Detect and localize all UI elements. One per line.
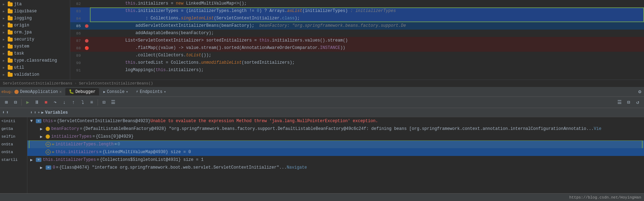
debug-app-name: DemoApplication bbox=[20, 89, 58, 94]
sidebar-item-jta[interactable]: ▶ jta bbox=[0, 1, 70, 8]
debug-left-item-3[interactable]: selfin bbox=[0, 133, 27, 140]
debug-left-item-4[interactable]: onSta bbox=[0, 140, 27, 148]
gutter-88: 🔴 bbox=[84, 46, 90, 50]
toolbar-btn-step-over[interactable]: ↷ bbox=[51, 98, 59, 107]
var-row-initializertypes-length[interactable]: ∞ ∞ initializerTypes.length = 0 bbox=[27, 140, 644, 148]
var-val-initializers: {LinkedMultiValueMap@4930} size = 0 bbox=[103, 150, 191, 155]
var-name-this-initializertypes: this.initializerTypes bbox=[43, 157, 96, 162]
breadcrumb-bar: ServletContextInitializerBeans › Servlet… bbox=[0, 80, 644, 87]
gutter-85 bbox=[84, 24, 90, 28]
toolbar-btn-step-into[interactable]: ↓ bbox=[60, 98, 68, 107]
debug-left-item-6[interactable]: startli bbox=[0, 156, 27, 164]
expand-arrow-orm-jpa: ▶ bbox=[3, 31, 7, 34]
sidebar-item-type-classreading[interactable]: ▶ type.classreading bbox=[0, 57, 70, 64]
frames-header-filter: ⬆ bbox=[6, 110, 8, 115]
debug-left-item-5[interactable]: onSta bbox=[0, 148, 27, 156]
main-layout: ▶ jta ▶ liquibase ▶ logging ▶ origin ▶ bbox=[0, 0, 644, 201]
line-number-84: 84 bbox=[70, 17, 84, 21]
toolbar-divider-1 bbox=[21, 99, 22, 106]
toolbar-btn-run-to-cursor[interactable]: ⤵ bbox=[78, 98, 87, 107]
frames-header-label: ⬇ bbox=[2, 110, 5, 115]
var-row-0-entry[interactable]: ▶ = 0 = {Class@4674} "interface org.spri… bbox=[27, 164, 644, 171]
toolbar-btn-step-out[interactable]: ↑ bbox=[69, 98, 78, 107]
breadcrumb-class: ServletContextInitializerBeans bbox=[3, 81, 72, 86]
tab-endpoints-arrow: ▾ bbox=[164, 90, 166, 94]
debug-tab-close[interactable]: ✕ bbox=[59, 89, 62, 94]
var-eq-initializers: = bbox=[99, 150, 101, 155]
var-icon-infinity-initializers: ∞ bbox=[46, 150, 51, 155]
sidebar-item-system[interactable]: ▶ system bbox=[0, 43, 70, 50]
var-row-beanfactory[interactable]: ▶ beanFactory = {DefaultListableBeanFact… bbox=[27, 125, 644, 133]
sidebar-item-task[interactable]: ▶ task bbox=[0, 50, 70, 57]
var-row-initializers[interactable]: ∞ ∞ this.initializers = {LinkedMultiValu… bbox=[27, 148, 644, 156]
var-eq-beanfactory: = bbox=[80, 126, 82, 131]
var-eq-initializertypes: = bbox=[92, 134, 95, 139]
expand-arrow-origin: ▶ bbox=[3, 24, 7, 27]
tab-debugger-icon: 🐛 bbox=[69, 89, 74, 94]
expand-arrow-type-classreading: ▶ bbox=[3, 59, 7, 63]
line-number-89: 89 bbox=[70, 54, 84, 58]
toolbar-btn-settings2[interactable]: ⊡ bbox=[100, 98, 108, 107]
debug-main-area: ⬇ ⬆ <initi getSa selfin onSta onSta star… bbox=[0, 108, 644, 193]
var-view-beanfactory[interactable]: Vie bbox=[594, 126, 602, 131]
var-name-initializers: this.initializers bbox=[55, 150, 98, 155]
toolbar-btn-stop[interactable]: ■ bbox=[42, 98, 50, 107]
breadcrumb-method: ServletContextInitializerBeans() bbox=[79, 81, 153, 86]
toolbar-btn-pause[interactable]: ⏸ bbox=[33, 98, 41, 107]
tab-endpoints-label: Endpoints bbox=[140, 89, 163, 94]
sidebar-label-origin: origin bbox=[14, 23, 29, 28]
debug-left-item-1[interactable]: <initi bbox=[0, 117, 27, 125]
toolbar-btn-resume[interactable]: ▶ bbox=[24, 98, 32, 107]
folder-icon-util bbox=[8, 66, 13, 70]
panel-icon-down: ⬇ bbox=[30, 110, 33, 115]
var-val-length: 0 bbox=[118, 142, 120, 147]
settings-button[interactable]: ⚙ bbox=[636, 88, 644, 96]
toolbar-btn-right-2[interactable]: ⊟ bbox=[624, 98, 633, 107]
tab-endpoints[interactable]: ⚡ Endpoints ▾ bbox=[132, 88, 170, 95]
toolbar-btn-evaluate[interactable]: ≡ bbox=[87, 98, 96, 107]
sidebar-item-util[interactable]: ▶ util bbox=[0, 64, 70, 71]
sidebar-label-orm-jpa: orm.jpa bbox=[14, 30, 32, 35]
toolbar-btn-right-1[interactable]: ☰ bbox=[615, 98, 624, 107]
expand-arrow-logging: ▶ bbox=[3, 17, 7, 20]
sidebar-item-origin[interactable]: ▶ origin bbox=[0, 22, 70, 29]
tab-console-arrow: ▾ bbox=[126, 90, 128, 94]
var-row-initializertypes[interactable]: ▶ initializerTypes = {Class[0]@4929} bbox=[27, 133, 644, 140]
sidebar-item-orm-jpa[interactable]: ▶ orm.jpa bbox=[0, 29, 70, 36]
line-number-85: 85 bbox=[70, 24, 84, 28]
sidebar-label-system: system bbox=[14, 44, 29, 49]
var-navigate-0-entry[interactable]: Navigate bbox=[287, 165, 307, 170]
sidebar-item-logging[interactable]: ▶ logging bbox=[0, 15, 70, 22]
panel-icon-plus[interactable]: + bbox=[38, 111, 40, 115]
var-row-this-initializertypes[interactable]: ▶ = this.initializerTypes = {Collections… bbox=[27, 156, 644, 164]
var-name-length: initializerTypes.length bbox=[55, 142, 114, 147]
debug-icon bbox=[14, 90, 19, 94]
toolbar-btn-filter[interactable]: ⊟ bbox=[11, 98, 20, 107]
sidebar-item-validation[interactable]: ▶ validation bbox=[0, 71, 70, 78]
panel-icon-expand: ▶ bbox=[41, 110, 44, 115]
toolbar-btn-right-3[interactable]: ↺ bbox=[633, 98, 642, 107]
var-arrow-this: ▼ bbox=[30, 119, 36, 124]
expand-arrow-task: ▶ bbox=[3, 52, 7, 56]
folder-icon-logging bbox=[8, 17, 13, 20]
sidebar-item-liquibase[interactable]: ▶ liquibase bbox=[0, 8, 70, 15]
toolbar-btn-layout[interactable]: ⊞ bbox=[2, 98, 11, 107]
tab-debugger[interactable]: 🐛 Debugger bbox=[65, 88, 99, 95]
var-name-initializertypes: initializerTypes bbox=[51, 134, 92, 139]
sidebar-item-security[interactable]: ▶ security bbox=[0, 36, 70, 43]
folder-icon-security bbox=[8, 38, 13, 42]
line-number-87: 87 bbox=[70, 39, 84, 43]
tab-console[interactable]: ▶ Console ▾ bbox=[100, 88, 131, 95]
variables-panel: ⬇ ⬆ + ▶ Variables ▼ = this = {ServletCon… bbox=[27, 108, 644, 193]
var-arrow-0-entry: ▶ bbox=[40, 165, 46, 170]
var-val-0-entry: {Class@4674} "interface org.springframew… bbox=[59, 165, 287, 170]
folder-icon-validation bbox=[8, 73, 13, 77]
tab-console-icon: ▶ bbox=[103, 90, 105, 94]
variables-label: Variables bbox=[45, 110, 68, 115]
debug-left-item-2[interactable]: getSa bbox=[0, 125, 27, 133]
var-icon-beanfactory bbox=[46, 127, 50, 131]
sidebar-label-task: task bbox=[14, 51, 24, 56]
toolbar-btn-list[interactable]: ☰ bbox=[109, 98, 117, 107]
var-row-this[interactable]: ▼ = this = {ServletContextInitializerBea… bbox=[27, 117, 644, 125]
var-icon-initializertypes bbox=[46, 134, 50, 139]
